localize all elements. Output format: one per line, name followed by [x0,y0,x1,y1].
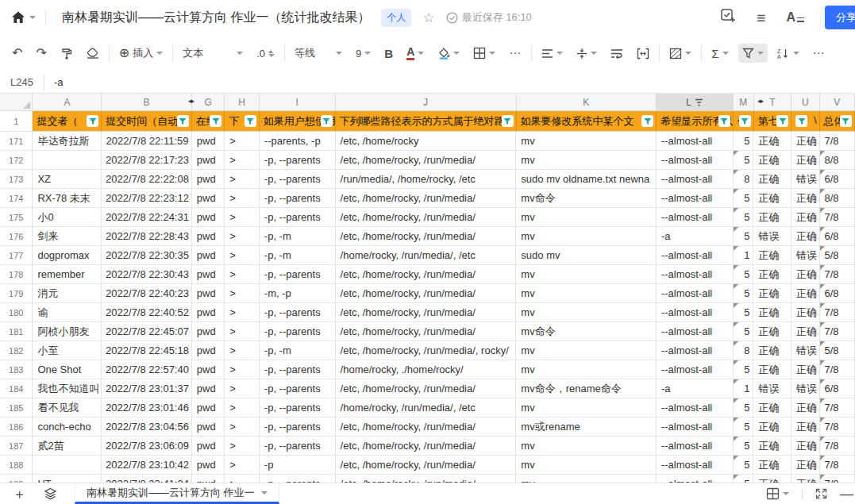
grid-cell-A177[interactable]: dogpromax [33,246,102,265]
grid-cell-B183[interactable]: 2022/7/8 22:57:40 [102,360,191,379]
task-add-icon[interactable] [720,8,736,27]
grid-cell-B188[interactable]: 2022/7/8 23:10:42 [102,456,191,475]
question-header-cell-A[interactable]: 提交者（ [33,111,102,132]
grid-cell-M182[interactable]: 8 [734,341,754,360]
grid-cell-U178[interactable]: 正确 [791,265,820,284]
grid-cell-M173[interactable]: 8 [734,170,754,189]
font-size-dropdown[interactable]: 9 [352,44,375,63]
grid-cell-I185[interactable]: -p, --parents [260,398,336,417]
star-icon[interactable]: ☆ [422,10,434,26]
hidden-columns-marker[interactable]: ◂▸ [188,97,194,105]
grid-cell-A180[interactable]: 谕 [33,303,102,322]
grid-cell-L186[interactable]: --almost-all [657,417,734,437]
grid-cell-J175[interactable]: /etc, /home/rocky, /run/media/ [336,208,517,227]
column-header-I[interactable]: I [260,94,336,110]
grid-cell-M189[interactable]: 5 [734,475,754,483]
grid-cell-B175[interactable]: 2022/7/8 22:24:31 [102,208,191,227]
grid-cell-M184[interactable]: 1 [734,379,754,398]
sheet-list-icon[interactable] [44,487,57,500]
merge-cells-button[interactable] [633,44,653,63]
grid-cell-L189[interactable]: --almost-all [657,475,734,483]
column-header-L[interactable]: L [657,94,734,110]
grid-cell-L184[interactable]: -a [657,379,734,398]
grid-cell-M179[interactable]: 5 [734,284,754,303]
cell-shading-button[interactable] [665,44,695,63]
grid-cell-B184[interactable]: 2022/7/8 23:01:37 [102,379,191,398]
grid-cell-V178[interactable]: 7/8 [820,265,855,284]
grid-cell-U188[interactable]: 正确 [791,456,820,475]
row-number[interactable]: 177 [0,246,33,265]
more-format-button[interactable]: ⋯ [505,42,526,64]
grid-cell-B180[interactable]: 2022/7/8 22:40:52 [102,303,191,322]
grid-cell-K187[interactable]: mv [516,437,657,456]
grid-cell-J174[interactable]: /etc, /home/rocky, /run/media/ [336,189,517,208]
grid-cell-J186[interactable]: /etc, /home/rocky, /run/media/ [336,417,517,437]
grid-cell-K182[interactable]: mv [516,341,657,360]
column-header-U[interactable]: U [791,94,820,110]
grid-cell-H177[interactable]: > [225,246,260,265]
row-number[interactable]: 189 [0,475,33,483]
grid-cell-A175[interactable]: 小0 [33,208,102,227]
more-tools-button[interactable]: ⋯ [809,42,830,64]
grid-cell-V182[interactable]: 5/8 [820,341,855,360]
grid-cell-A182[interactable]: 小至 [33,341,102,360]
grid-cell-I187[interactable]: -p, --parents [260,437,336,456]
column-header-J[interactable]: J [336,94,517,110]
filter-icon[interactable] [718,115,730,127]
grid-cell-L183[interactable]: --almost-all [657,360,734,379]
grid-cell-J188[interactable]: /etc, /home/rocky, /run/media/ [336,456,517,475]
grid-cell-H174[interactable]: > [225,189,260,208]
grid-cell-L180[interactable]: --almost-all [657,303,734,322]
grid-cell-U189[interactable]: 正确 [791,475,820,483]
grid-cell-V174[interactable]: 8/8 [820,189,855,208]
grid-cell-V171[interactable]: 7/8 [820,132,855,151]
grid-cell-L175[interactable]: --almost-all [657,208,734,227]
row-number[interactable]: 1 [0,111,33,132]
question-header-cell-H[interactable]: 下 [225,111,259,132]
grid-cell-H182[interactable]: > [225,341,260,360]
grid-cell-U187[interactable]: 正确 [791,437,820,456]
grid-cell-A186[interactable]: conch-echo [33,417,102,437]
row-number[interactable]: 185 [0,398,33,417]
grid-cell-A179[interactable]: 消元 [33,284,102,303]
filter-icon[interactable] [641,115,653,127]
formula-input[interactable]: -a [44,76,64,88]
row-number[interactable]: 187 [0,437,33,456]
question-header-cell-G[interactable]: 在终 [192,111,225,132]
grid-cell-B185[interactable]: 2022/7/8 23:01:46 [102,398,191,417]
question-header-cell-L[interactable]: 希望显示所有以.符 [657,111,734,132]
grid-cell-M187[interactable]: 5 [734,437,754,456]
grid-cell-U179[interactable]: 正确 [791,284,820,303]
grid-cell-J187[interactable]: /etc, /home/rocky, /run/media/ [336,437,517,456]
grid-cell-T185[interactable]: 正确 [753,398,791,417]
grid-cell-U174[interactable]: 正确 [791,189,820,208]
grid-cell-L181[interactable]: --almost-all [657,322,734,341]
question-header-cell-T[interactable]: 第七 [754,111,791,132]
menu-icon[interactable]: ≡ [757,10,765,25]
grid-cell-G175[interactable]: pwd [192,208,225,227]
text-mode-icon[interactable]: A [786,11,804,24]
grid-cell-V186[interactable]: 7/8 [820,417,855,437]
horizontal-align-button[interactable] [537,44,567,63]
grid-cell-G185[interactable]: pwd [192,398,225,417]
grid-cell-A181[interactable]: 阿桢小朋友 [33,322,102,341]
grid-cell-L178[interactable]: --almost-all [657,265,734,284]
filter-icon[interactable] [502,115,514,127]
grid-cell-J189[interactable]: /etc, /home/rocky, /run/media/ [336,475,517,483]
row-number[interactable]: 181 [0,322,33,341]
grid-cell-L173[interactable]: --almost-all [657,170,734,189]
format-painter-button[interactable] [56,44,77,63]
grid-cell-V176[interactable]: 6/8 [820,227,855,246]
grid-cell-J181[interactable]: /etc, /home/rocky, /run/media/ [336,322,517,341]
grid-cell-B186[interactable]: 2022/7/8 23:04:56 [102,417,191,437]
grid-cell-B173[interactable]: 2022/7/8 22:22:08 [102,170,191,189]
grid-cell-G187[interactable]: pwd [192,437,225,456]
grid-cell-G183[interactable]: pwd [192,360,225,379]
column-header-G[interactable]: G [192,94,225,110]
grid-cell-H175[interactable]: > [225,208,260,227]
grid-cell-I183[interactable]: -p, --parents [260,360,336,379]
grid-cell-L185[interactable]: --almost-all [657,398,734,417]
grid-cell-V181[interactable]: 7/8 [820,322,855,341]
grid-cell-J183[interactable]: /home/rocky, ./home/rocky/ [336,360,517,379]
grid-cell-I188[interactable]: -p [260,456,336,475]
